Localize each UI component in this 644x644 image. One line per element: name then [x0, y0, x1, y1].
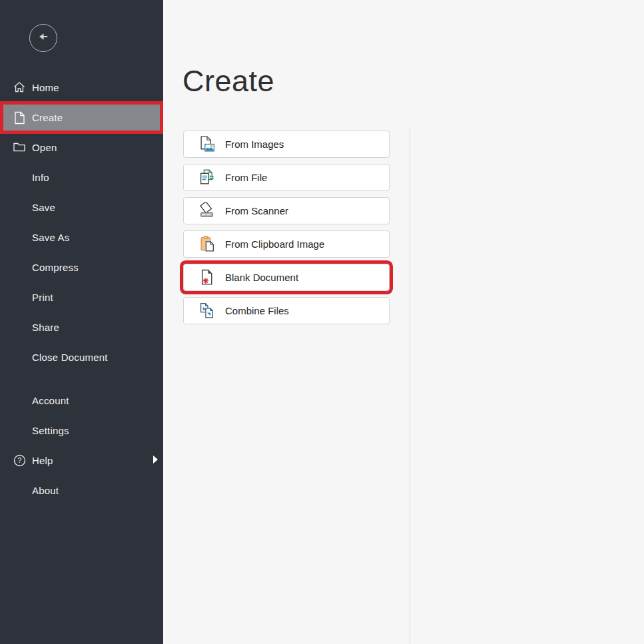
back-button[interactable] [29, 24, 57, 52]
sidebar-item-info[interactable]: Info [0, 162, 163, 192]
icon-spacer [12, 423, 27, 438]
sidebar: Home Create Open [0, 0, 163, 644]
create-from-scanner-button[interactable]: From Scanner [183, 197, 390, 224]
button-label: From Clipboard Image [225, 238, 324, 250]
svg-text:?: ? [17, 456, 21, 464]
sidebar-item-label: Account [32, 395, 69, 406]
create-blank-document-button[interactable]: Blank Document [183, 264, 390, 291]
sidebar-item-create[interactable]: Create [3, 105, 160, 131]
sidebar-item-label: Print [32, 292, 53, 303]
back-arrow-icon [37, 30, 50, 46]
sidebar-item-label: Create [32, 112, 63, 123]
sidebar-item-label: About [32, 485, 59, 496]
sidebar-item-open[interactable]: Open [0, 133, 163, 162]
create-options-list: From Images From File [183, 131, 390, 330]
sidebar-item-compress[interactable]: Compress [0, 252, 163, 282]
from-clipboard-image-icon [198, 235, 216, 253]
page-title: Create [182, 64, 274, 99]
button-label: From File [225, 172, 267, 183]
sidebar-item-label: Home [32, 82, 59, 93]
combine-files-icon [198, 302, 216, 320]
sidebar-item-account[interactable]: Account [0, 386, 163, 415]
sidebar-item-label: Close Document [32, 352, 108, 363]
icon-spacer [12, 483, 27, 497]
icon-spacer [12, 393, 27, 408]
create-from-images-button[interactable]: From Images [183, 131, 390, 158]
sidebar-item-label: Save As [32, 232, 69, 243]
sidebar-item-label: Open [32, 142, 57, 153]
button-label: From Images [225, 139, 284, 150]
home-icon [12, 80, 27, 95]
submenu-arrow-icon [153, 456, 158, 464]
document-icon [12, 111, 27, 125]
sidebar-item-label: Share [32, 322, 59, 333]
sidebar-item-label: Settings [32, 425, 69, 436]
sidebar-item-help[interactable]: ? Help [0, 446, 163, 475]
sidebar-item-label: Info [32, 172, 49, 183]
sidebar-item-about[interactable]: About [0, 476, 163, 505]
blank-document-icon [198, 268, 216, 286]
create-from-clipboard-image-button[interactable]: From Clipboard Image [183, 230, 390, 258]
create-combine-files-button[interactable]: Combine Files [183, 297, 390, 324]
icon-spacer [12, 350, 27, 364]
sidebar-item-print[interactable]: Print [0, 282, 163, 312]
folder-icon [12, 140, 27, 155]
sidebar-item-label: Help [32, 455, 53, 466]
app-window: Home Create Open [0, 0, 644, 644]
sidebar-item-share[interactable]: Share [0, 312, 163, 342]
sidebar-item-label: Save [32, 202, 55, 213]
from-file-icon [198, 168, 216, 186]
button-label: From Scanner [225, 205, 288, 216]
icon-spacer [12, 290, 27, 304]
main-panel: Create From Images [163, 0, 644, 644]
create-from-file-button[interactable]: From File [183, 164, 390, 191]
from-images-icon [198, 135, 216, 153]
sidebar-item-close-document[interactable]: Close Document [0, 342, 163, 372]
button-label: Blank Document [225, 272, 298, 283]
icon-spacer [12, 260, 27, 274]
sidebar-item-label: Compress [32, 262, 79, 273]
sidebar-item-settings[interactable]: Settings [0, 416, 163, 445]
from-scanner-icon [198, 202, 216, 220]
sidebar-item-save-as[interactable]: Save As [0, 222, 163, 252]
annotation-box-create: Create [0, 101, 163, 134]
help-icon: ? [12, 453, 27, 468]
icon-spacer [12, 170, 27, 184]
button-label: Combine Files [225, 305, 289, 316]
icon-spacer [12, 200, 27, 214]
sidebar-item-save[interactable]: Save [0, 192, 163, 222]
sidebar-item-home[interactable]: Home [0, 73, 163, 102]
icon-spacer [12, 320, 27, 334]
vertical-divider [410, 127, 410, 644]
icon-spacer [12, 230, 27, 244]
